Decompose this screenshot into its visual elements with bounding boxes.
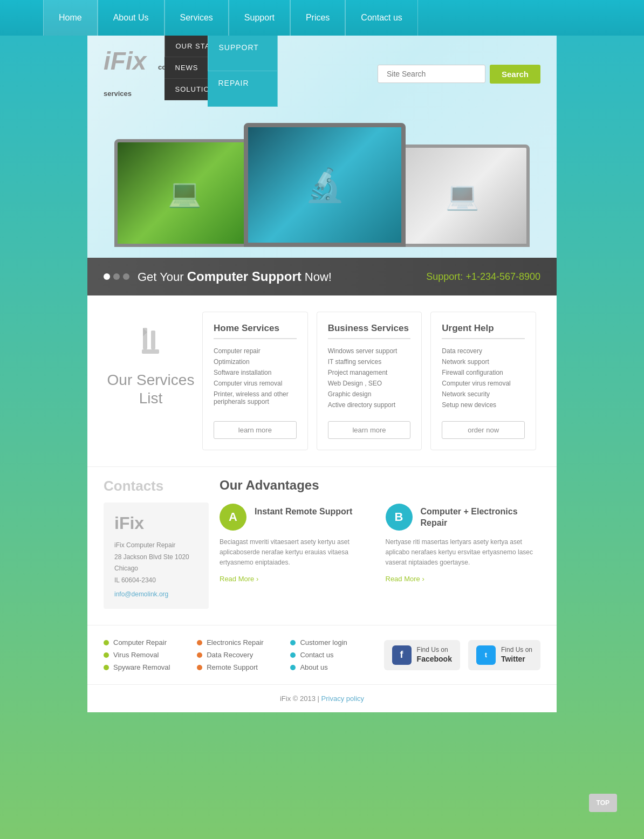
- twitter-button[interactable]: t Find Us on Twitter: [468, 640, 540, 670]
- footer-link[interactable]: Spyware Removal: [104, 661, 197, 673]
- banner-support: Support: +1-234-567-8900: [426, 271, 540, 283]
- home-learn-more-button[interactable]: learn more: [214, 421, 297, 439]
- bullet-2: [104, 652, 109, 658]
- footer-link[interactable]: Customer login: [290, 636, 383, 649]
- advantage-item-a: A Instant Remote Support Beciagast mveri…: [220, 504, 375, 583]
- lower-section: Contacts iFix iFix Computer Repair 28 Ja…: [87, 466, 557, 625]
- order-now-button[interactable]: order now: [442, 421, 525, 439]
- twitter-icon: t: [476, 645, 496, 665]
- hero-laptops: 💻 🔬 💻: [104, 107, 540, 247]
- footer-link[interactable]: Remote Support: [197, 661, 290, 673]
- footer-link[interactable]: Contact us: [290, 649, 383, 661]
- business-learn-more-button[interactable]: learn more: [328, 421, 411, 439]
- badge-a: A: [220, 504, 246, 531]
- home-service-item: Computer repair: [214, 346, 297, 356]
- banner-bar: Get Your Computer Support Now! Support: …: [87, 258, 557, 295]
- urgent-help-card: Urgent Help Data recovery Network suppor…: [430, 312, 536, 450]
- urgent-service-item: Network support: [442, 356, 525, 367]
- facebook-button[interactable]: f Find Us on Facebook: [384, 640, 460, 670]
- footer-link[interactable]: Data Recovery: [197, 649, 290, 661]
- services-section: Our Services List Home Services Computer…: [87, 295, 557, 466]
- laptop-left-icon: 💻: [168, 177, 201, 209]
- advantage-item-b: B Computer + Electronics Repair Nertyase…: [386, 504, 541, 583]
- dot-1[interactable]: [104, 273, 110, 280]
- dropdown-repair[interactable]: REPAIR: [208, 71, 278, 107]
- advantage-b-text: Nertyase riti masertas lertyars asety ke…: [386, 537, 541, 568]
- advantage-a-header: A Instant Remote Support: [220, 504, 375, 531]
- search-button[interactable]: Search: [490, 65, 540, 84]
- advantage-a-read-more[interactable]: Read More: [220, 575, 258, 583]
- footer-link[interactable]: Electronics Repair: [197, 636, 290, 649]
- badge-b: B: [386, 504, 413, 531]
- advantage-b-read-more[interactable]: Read More: [386, 575, 424, 583]
- nav-services[interactable]: Services: [165, 0, 229, 36]
- contacts-title: Contacts: [104, 478, 209, 494]
- banner-dots: [104, 273, 129, 280]
- banner-left: Get Your Computer Support Now!: [104, 269, 332, 284]
- laptop-center-icon: 🔬: [305, 166, 345, 204]
- bullet-4: [197, 640, 202, 645]
- services-title: Our Services List: [104, 371, 198, 407]
- services-icon-col: Our Services List: [104, 312, 198, 450]
- nav-about[interactable]: About Us: [98, 0, 165, 36]
- contact-company: iFix Computer Repair: [114, 540, 198, 552]
- advantage-b-title: Computer + Electronics Repair: [421, 504, 541, 529]
- dot-3[interactable]: [123, 273, 129, 280]
- nav-contact[interactable]: Contact us: [345, 0, 417, 36]
- home-service-item: Printer, wireless and other peripherals …: [214, 389, 297, 407]
- facebook-text: Find Us on Facebook: [417, 645, 452, 665]
- business-services-title: Business Services: [328, 323, 411, 339]
- contacts-column: Contacts iFix iFix Computer Repair 28 Ja…: [104, 478, 209, 609]
- svg-rect-2: [142, 349, 159, 354]
- search-input[interactable]: [378, 65, 485, 83]
- footer-col-1: Computer Repair Virus Removal Spyware Re…: [104, 636, 197, 673]
- svg-rect-1: [151, 331, 155, 349]
- bullet-5: [197, 652, 202, 658]
- privacy-policy-link[interactable]: Privacy policy: [321, 694, 364, 703]
- urgent-service-item: Setup new devices: [442, 400, 525, 410]
- business-service-item: Graphic design: [328, 389, 411, 400]
- advantages-grid: A Instant Remote Support Beciagast mveri…: [220, 504, 540, 583]
- business-service-item: Project management: [328, 367, 411, 378]
- dot-2[interactable]: [113, 273, 120, 280]
- back-to-top-button[interactable]: TOP: [589, 794, 617, 812]
- banner-text: Get Your Computer Support Now!: [138, 269, 332, 284]
- contact-address1: 28 Jackson Blvd Ste 1020: [114, 552, 198, 563]
- business-service-item: Windows server support: [328, 346, 411, 356]
- footer-link[interactable]: Virus Removal: [104, 649, 197, 661]
- nav-support[interactable]: Support: [229, 0, 290, 36]
- footer-link[interactable]: About us: [290, 661, 383, 673]
- main-container: iFix computer services Search 💻 🔬 💻: [87, 36, 557, 712]
- urgent-help-list: Data recovery Network support Firewall c…: [442, 346, 525, 410]
- bullet-6: [197, 665, 202, 670]
- contact-logo: iFix: [114, 513, 198, 533]
- contact-email[interactable]: info@demolink.org: [114, 590, 198, 598]
- footer-link[interactable]: Computer Repair: [104, 636, 197, 649]
- home-service-item: Computer virus removal: [214, 378, 297, 389]
- top-navigation: Home About Us Services OUR STAFF NEWS SO…: [0, 0, 644, 36]
- advantage-b-header: B Computer + Electronics Repair: [386, 504, 541, 531]
- footer-links: Computer Repair Virus Removal Spyware Re…: [87, 625, 557, 684]
- tools-icon: [132, 322, 170, 360]
- laptop-center: 🔬: [244, 123, 406, 247]
- urgent-help-title: Urgent Help: [442, 323, 525, 339]
- business-service-item: Web Design , SEO: [328, 378, 411, 389]
- social-links: f Find Us on Facebook t Find Us on Twitt…: [384, 636, 540, 673]
- home-service-item: Software installation: [214, 367, 297, 378]
- bullet-7: [290, 640, 296, 645]
- bullet-3: [104, 665, 109, 670]
- urgent-service-item: Network security: [442, 389, 525, 400]
- footer-col-2: Electronics Repair Data Recovery Remote …: [197, 636, 290, 673]
- nav-prices[interactable]: Prices: [290, 0, 345, 36]
- contact-info: iFix Computer Repair 28 Jackson Blvd Ste…: [114, 540, 198, 586]
- nav-home[interactable]: Home: [43, 0, 98, 36]
- footer-col-3: Customer login Contact us About us: [290, 636, 383, 673]
- contact-card: iFix iFix Computer Repair 28 Jackson Blv…: [104, 503, 209, 609]
- services-cards-row: Home Services Computer repair Optimizati…: [198, 312, 540, 450]
- bottom-bar: iFix © 2013 | Privacy policy: [87, 684, 557, 712]
- home-services-list: Computer repair Optimization Software in…: [214, 346, 297, 410]
- urgent-service-item: Computer virus removal: [442, 378, 525, 389]
- dropdown-support[interactable]: SUPPORT: [208, 36, 278, 71]
- business-service-item: IT staffing services: [328, 356, 411, 367]
- hero-section: iFix computer services Search 💻 🔬 💻: [87, 36, 557, 258]
